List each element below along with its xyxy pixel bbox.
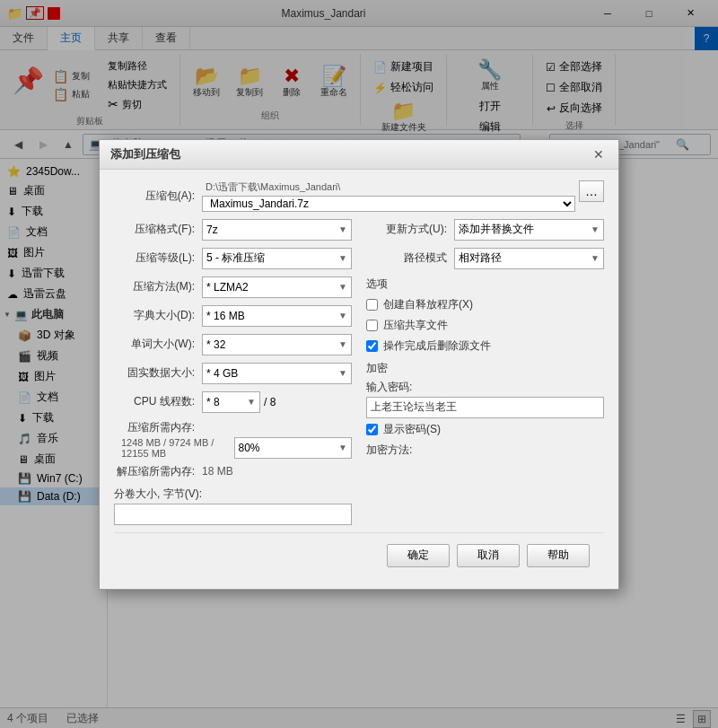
solid-size-select[interactable]: * 4 GB ▼ [202,363,352,384]
password-row: 输入密码: [366,380,604,418]
dict-size-arrow: ▼ [338,311,347,320]
delete-after-checkbox[interactable] [366,340,378,352]
show-password-label: 显示密码(S) [383,422,441,437]
share-files-checkbox[interactable] [366,320,378,331]
path-mode-select[interactable]: 相对路径 ▼ [454,248,604,269]
create-sfx-label: 创建自释放程序(X) [383,297,473,312]
method-select[interactable]: * LZMA2 ▼ [202,276,352,298]
format-label: 压缩格式(F): [114,222,195,237]
solid-size-arrow: ▼ [338,368,347,378]
dialog-buttons: 确定 取消 帮助 [114,532,604,578]
level-label: 压缩等级(L): [114,250,195,266]
method-arrow: ▼ [338,282,347,292]
dict-size-row: 字典大小(D): * 16 MB ▼ [114,305,352,327]
mem-decompress-row: 解压缩所需内存: 18 MB [114,464,352,479]
method-row: 压缩方法(M): * LZMA2 ▼ [114,276,352,298]
update-mode-arrow: ▼ [591,224,600,234]
volume-label: 分卷大小, 字节(V): [114,487,352,502]
dialog-close-button[interactable]: ✕ [590,145,608,163]
options-label: 选项 [366,276,604,292]
password-input[interactable] [366,397,604,418]
share-files-row: 压缩共享文件 [366,318,604,333]
encrypt-section: 加密 输入密码: 显示密码(S) 加密方法: [366,361,604,458]
cancel-button[interactable]: 取消 [457,544,520,567]
cpu-row: CPU 线程数: * 8 ▼ / 8 [114,391,352,413]
mem-compress-label: 压缩所需内存: [114,420,195,435]
options-section: 选项 创建自释放程序(X) 压缩共享文件 操作完成后删除源文件 [366,276,604,354]
solid-size-label: 固实数据大小: [114,365,195,381]
format-select[interactable]: 7z ▼ [202,219,352,241]
encrypt-method-label: 加密方法: [366,443,412,458]
mem-percent-select[interactable]: 80% ▼ [234,437,353,459]
update-mode-row: 更新方式(U): 添加并替换文件 ▼ [366,219,604,241]
word-size-row: 单词大小(W): * 32 ▼ [114,334,352,355]
show-password-row: 显示密码(S) [366,422,604,437]
update-mode-select[interactable]: 添加并替换文件 ▼ [454,219,604,241]
word-size-label: 单词大小(W): [114,337,195,352]
format-arrow: ▼ [338,224,347,234]
update-mode-label: 更新方式(U): [366,222,447,237]
level-arrow: ▼ [338,253,347,263]
cpu-input-row: * 8 ▼ / 8 [202,391,276,413]
cpu-max: / 8 [264,396,276,408]
share-files-label: 压缩共享文件 [383,318,448,333]
dialog-right-col: 更新方式(U): 添加并替换文件 ▼ 路径模式 相对路径 ▼ [366,219,604,525]
path-mode-arrow: ▼ [591,253,600,263]
dialog-body: 压缩包(A): D:\迅雷下载\Maximus_Jandari\ Maximus… [100,170,618,589]
archive-path-value: D:\迅雷下载\Maximus_Jandari\ [202,180,575,194]
ok-button[interactable]: 确定 [387,544,450,567]
browse-button[interactable]: … [579,180,604,202]
mem-compress-section: 压缩所需内存: 1248 MB / 9724 MB / 12155 MB 80%… [114,420,352,459]
archive-path-label: 压缩包(A): [114,189,195,204]
archive-path-row: 压缩包(A): D:\迅雷下载\Maximus_Jandari\ Maximus… [114,180,604,212]
volume-section: 分卷大小, 字节(V): [114,487,352,525]
path-mode-row: 路径模式 相对路径 ▼ [366,248,604,269]
volume-input[interactable] [114,504,352,525]
password-input-label: 输入密码: [366,380,604,395]
encrypt-section-title: 加密 [366,361,604,376]
dialog-title-bar: 添加到压缩包 ✕ [100,140,618,170]
cpu-label: CPU 线程数: [114,394,195,409]
mem-decompress-label: 解压缩所需内存: [114,464,195,479]
delete-after-row: 操作完成后删除源文件 [366,338,604,354]
archive-dialog: 添加到压缩包 ✕ 压缩包(A): D:\迅雷下载\Maximus_Jandari… [99,139,619,590]
level-row: 压缩等级(L): 5 - 标准压缩 ▼ [114,248,352,269]
solid-size-row: 固实数据大小: * 4 GB ▼ [114,363,352,384]
dict-size-select[interactable]: * 16 MB ▼ [202,305,352,327]
word-size-select[interactable]: * 32 ▼ [202,334,352,355]
dialog-overlay: 添加到压缩包 ✕ 压缩包(A): D:\迅雷下载\Maximus_Jandari… [0,0,718,728]
cpu-select[interactable]: * 8 ▼ [202,391,260,413]
path-mode-label: 路径模式 [366,250,447,266]
method-label: 压缩方法(M): [114,279,195,294]
delete-after-label: 操作完成后删除源文件 [383,338,491,354]
create-sfx-row: 创建自释放程序(X) [366,297,604,312]
dialog-left-col: 压缩格式(F): 7z ▼ 压缩等级(L): 5 - 标准压缩 ▼ [114,219,352,525]
encrypt-method-row: 加密方法: [366,443,604,458]
show-password-checkbox[interactable] [366,424,378,435]
format-row: 压缩格式(F): 7z ▼ [114,219,352,241]
level-select[interactable]: 5 - 标准压缩 ▼ [202,248,352,269]
word-size-arrow: ▼ [338,339,347,349]
dialog-title-text: 添加到压缩包 [110,146,180,162]
mem-decompress-value: 18 MB [202,465,233,478]
create-sfx-checkbox[interactable] [366,299,378,311]
archive-file-select[interactable]: Maximus_Jandari.7z [202,196,575,212]
dialog-columns: 压缩格式(F): 7z ▼ 压缩等级(L): 5 - 标准压缩 ▼ [114,219,604,525]
dict-size-label: 字典大小(D): [114,308,195,323]
help-dialog-button[interactable]: 帮助 [527,544,590,567]
mem-compress-detail: 1248 MB / 9724 MB / 12155 MB [114,437,231,459]
